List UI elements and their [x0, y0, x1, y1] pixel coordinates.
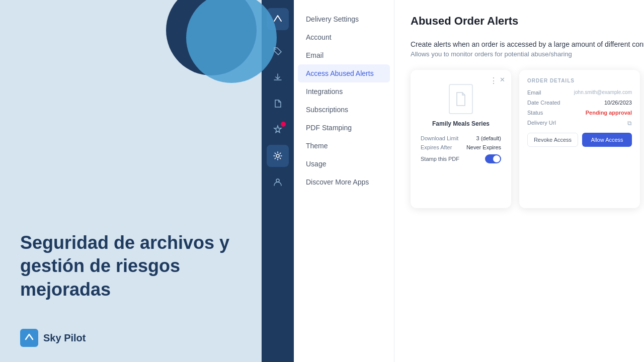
od-email-label: Email [527, 89, 541, 96]
nav-item-pdf-stamping[interactable]: PDF Stamping [294, 119, 394, 137]
od-date-row: Date Created 10/26/2023 [527, 100, 632, 106]
description-sub: Allows you to monitor orders for potenti… [411, 50, 644, 58]
left-panel: Seguridad de archivos y gestión de riesg… [0, 0, 262, 362]
close-icon[interactable]: ✕ [500, 76, 505, 85]
brand-logo: Sky Pilot [20, 329, 86, 347]
sidebar-item-settings[interactable] [267, 145, 289, 167]
od-actions: Revoke Access Allow Access [527, 133, 632, 147]
nav-item-access-abused-alerts[interactable]: Access Abused Alerts [298, 64, 390, 82]
download-limit-label: Download Limit [421, 135, 458, 141]
copy-icon[interactable]: ⧉ [627, 120, 632, 127]
sidebar-item-tags[interactable] [267, 40, 289, 62]
allow-access-button[interactable]: Allow Access [582, 133, 632, 147]
description-block: Create alerts when an order is accessed … [411, 40, 644, 58]
preview-container: ⋮ ✕ Family Meals Series Download Limit 3… [411, 70, 644, 208]
od-status-label: Status [527, 110, 543, 116]
page-title: Abused Order Alerts [411, 15, 518, 28]
brand-logo-icon [20, 329, 38, 347]
card-title: Family Meals Series [421, 120, 501, 127]
svg-point-2 [276, 179, 279, 182]
card-download-limit-row: Download Limit 3 (default) [421, 135, 501, 141]
card-menu: ⋮ ✕ [490, 76, 505, 85]
od-delivery-url-row: Delivery Url ⧉ [527, 120, 632, 127]
nav-item-integrations[interactable]: Integrations [294, 82, 394, 101]
nav-menu: Delivery Settings Account Email Access A… [294, 0, 394, 362]
hero-text: Seguridad de archivos y gestión de riesg… [20, 231, 242, 302]
svg-point-0 [275, 49, 276, 50]
pdf-stamping-row: Stamp this PDF [421, 154, 501, 163]
od-date-value: 10/26/2023 [604, 100, 632, 106]
order-details-title: ORDER DETAILS [527, 78, 632, 83]
sidebar-item-files[interactable] [267, 93, 289, 115]
od-delivery-url-label: Delivery Url [527, 120, 556, 126]
file-icon [449, 84, 473, 114]
od-date-label: Date Created [527, 100, 560, 106]
order-details-card: ORDER DETAILS Email john.smith@example.c… [519, 70, 640, 208]
description-main: Create alerts when an order is accessed … [411, 40, 644, 48]
expires-after-value: Never Expires [466, 144, 501, 150]
card-expires-row: Expires After Never Expires [421, 144, 501, 150]
download-limit-value: 3 (default) [476, 135, 501, 141]
nav-item-discover-more-apps[interactable]: Discover More Apps [294, 173, 394, 191]
main-content: Abused Order Alerts Save Create alerts w… [394, 0, 644, 362]
sidebar-item-downloads[interactable] [267, 66, 289, 88]
od-status-row: Status Pending approval [527, 110, 632, 116]
content-header: Abused Order Alerts Save [411, 12, 644, 30]
brand-name: Sky Pilot [43, 332, 86, 344]
nav-item-subscriptions[interactable]: Subscriptions [294, 101, 394, 119]
order-card: ⋮ ✕ Family Meals Series Download Limit 3… [411, 70, 511, 208]
sidebar-item-account[interactable] [267, 171, 289, 193]
nav-item-usage[interactable]: Usage [294, 155, 394, 173]
nav-item-delivery-settings[interactable]: Delivery Settings [294, 10, 394, 28]
stamp-toggle[interactable] [485, 154, 501, 163]
ellipsis-icon[interactable]: ⋮ [490, 76, 498, 85]
od-email-value: john.smith@example.com [574, 89, 632, 95]
svg-point-1 [276, 154, 279, 157]
od-status-value: Pending approval [586, 110, 632, 116]
nav-item-email[interactable]: Email [294, 46, 394, 64]
sidebar-item-sparkle[interactable] [267, 119, 289, 141]
notification-badge [281, 122, 286, 127]
app-area: Delivery Settings Account Email Access A… [262, 0, 644, 362]
od-email-row: Email john.smith@example.com [527, 89, 632, 96]
nav-item-theme[interactable]: Theme [294, 137, 394, 155]
nav-item-account[interactable]: Account [294, 28, 394, 46]
revoke-access-button[interactable]: Revoke Access [527, 133, 578, 147]
expires-after-label: Expires After [421, 144, 452, 150]
sidebar [262, 0, 294, 362]
stamp-pdf-label: Stamp this PDF [421, 156, 459, 162]
settings-area: Delivery Settings Account Email Access A… [294, 0, 644, 362]
